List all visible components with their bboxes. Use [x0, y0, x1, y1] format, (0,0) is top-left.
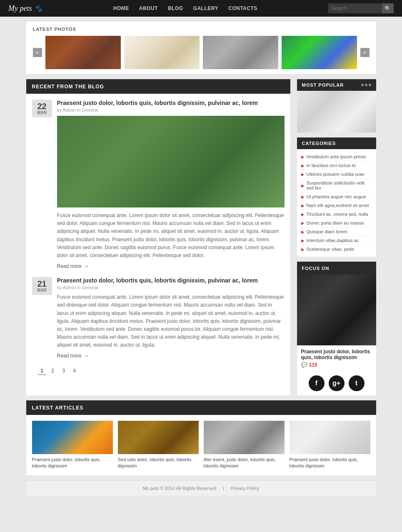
category-item-5[interactable]: ▶Nam elit agna,endrerit sit amet: [301, 201, 372, 210]
cat-label-2: Ultrices posuere cubilia urae: [307, 172, 365, 177]
pagination: 1 2 3 4: [32, 367, 285, 375]
latest-articles-section: LATEST ARTICLES Praesent justo dolor, lo…: [26, 400, 376, 475]
article-image-0: [32, 421, 113, 454]
photo-image-1: [45, 36, 121, 69]
twitter-icon[interactable]: t: [349, 375, 365, 391]
category-item-7[interactable]: ▶Donec porta diam eu massa: [301, 219, 372, 227]
most-popular-label: MOST POPULAR: [302, 82, 344, 87]
carousel-next-button[interactable]: »: [360, 48, 370, 57]
most-popular-header: MOST POPULAR: [297, 79, 376, 91]
nav-home[interactable]: HOME: [113, 5, 129, 11]
photo-thumb-1[interactable]: [45, 36, 121, 69]
blog-section: RECENT FROM THE BLOG 22 MAR Praesent jus…: [26, 79, 290, 395]
blog-posts: 22 MAR Praesent justo dolor, lobortis qu…: [26, 94, 290, 381]
header: My pets 🐾 HOME ABOUT BLOG GALLERY CONTAC…: [0, 0, 402, 17]
cat-label-5: Nam elit agna,endrerit sit amet: [307, 203, 369, 208]
main-area: RECENT FROM THE BLOG 22 MAR Praesent jus…: [26, 79, 376, 395]
cat-arrow-icon: ▶: [301, 238, 305, 243]
post-text-1: Fusce euismod consequat ante. Lorem ipsu…: [57, 212, 285, 260]
category-item-4[interactable]: ▶Ut pharetra augue nec augue: [301, 192, 372, 201]
article-title-3: Praesent justo dolor, lobortis quis, lob…: [290, 457, 370, 470]
article-card-3[interactable]: Praesent justo dolor, lobortis quis, lob…: [290, 421, 370, 470]
photo-thumb-2[interactable]: [124, 36, 200, 69]
articles-grid: Praesent justo dolor, lobortis quis, lob…: [26, 415, 376, 475]
photo-image-2: [124, 36, 200, 69]
articles-header-label: LATEST ARTICLES: [32, 405, 84, 411]
category-item-9[interactable]: ▶Interdum vitae,dapibus ac: [301, 236, 372, 245]
cat-arrow-icon: ▶: [301, 195, 305, 199]
page-1[interactable]: 1: [38, 367, 46, 375]
post-date-2: 21 MAR: [32, 277, 52, 295]
nav-gallery[interactable]: GALLERY: [193, 5, 218, 11]
blog-header-label: RECENT FROM THE BLOG: [32, 84, 104, 90]
article-image-1: [118, 421, 199, 454]
category-item-3[interactable]: ▶Suspendisse sollicitudin velit sed leo: [301, 179, 372, 192]
photo-image-3: [203, 36, 278, 69]
article-card-2[interactable]: Aler esent, justo dolor, lobortis quis, …: [204, 421, 285, 470]
categories-label: CATEGORIES: [302, 141, 336, 146]
logo-paw-icon: 🐾: [34, 5, 42, 12]
page-2[interactable]: 2: [49, 367, 57, 375]
popular-image: [297, 91, 376, 132]
latest-photos-section: LATEST PHOTOS « »: [26, 22, 376, 74]
search-box: 🔍: [328, 3, 394, 13]
category-item-2[interactable]: ▶Ultrices posuere cubilia urae: [301, 170, 372, 179]
article-card-0[interactable]: Praesent justo dolor, lobortis quis, lob…: [32, 421, 113, 470]
facebook-icon[interactable]: f: [309, 375, 325, 391]
page-4[interactable]: 4: [70, 367, 79, 375]
photos-row: [45, 36, 357, 69]
post-item-2: 21 MAR Praesent justo dolor, lobortis qu…: [32, 277, 285, 359]
read-more-1[interactable]: Read more: [57, 263, 285, 270]
google-plus-icon[interactable]: g+: [329, 375, 345, 391]
nav-contacts[interactable]: CONTACTS: [228, 5, 257, 11]
cat-arrow-icon: ▶: [301, 163, 305, 168]
category-item-6[interactable]: ▶Tincidunt ac, viverra sed, nulla: [301, 210, 372, 219]
category-item-10[interactable]: ▶Scelerisque vitae, pede: [301, 245, 372, 253]
post-content-1: Praesent justo dolor, lobortis quis, lob…: [57, 100, 285, 270]
dot-1: [361, 84, 364, 86]
footer: My pets © 2014 All Rights Reserved | Pri…: [26, 480, 376, 496]
comment-bubble-icon: 💬: [301, 362, 307, 368]
focus-image: [297, 275, 376, 345]
cat-label-10: Scelerisque vitae, pede: [307, 247, 354, 252]
search-button[interactable]: 🔍: [382, 3, 394, 13]
nav-about[interactable]: ABOUT: [139, 5, 158, 11]
cat-label-1: In faucibus orci luctus et: [307, 163, 356, 168]
focus-on-header: FOCUS ON: [297, 262, 376, 275]
page-3[interactable]: 3: [60, 367, 68, 375]
category-item-1[interactable]: ▶In faucibus orci luctus et: [301, 161, 372, 170]
logo: My pets 🐾: [8, 4, 42, 13]
footer-privacy-link[interactable]: Privacy Policy: [231, 486, 259, 491]
post-day-2: 21: [34, 280, 50, 288]
main-nav: HOME ABOUT BLOG GALLERY CONTACTS: [113, 5, 257, 11]
focus-text: Praesent justo dolor, lobortis quis, lob…: [297, 345, 376, 371]
logo-text: My pets: [8, 4, 32, 13]
nav-blog[interactable]: BLOG: [168, 5, 183, 11]
widget-dots: [361, 84, 371, 86]
photo-thumb-4[interactable]: [282, 36, 357, 69]
category-item-8[interactable]: ▶Quisque diam lorem: [301, 227, 372, 236]
photo-thumb-3[interactable]: [203, 36, 278, 69]
article-card-1[interactable]: Sed usto dolor, lobortis quis, lobortis …: [118, 421, 199, 470]
post-text-2: Fusce euismod consequat ante. Lorem ipsu…: [57, 293, 285, 349]
post-day-1: 22: [34, 102, 50, 110]
post-image-1: [57, 116, 285, 207]
post-date-1: 22 MAR: [32, 100, 52, 117]
most-popular-widget: MOST POPULAR: [297, 79, 376, 132]
read-more-2[interactable]: Read more: [57, 352, 285, 359]
focus-on-widget: FOCUS ON Praesent justo dolor, lobortis …: [297, 262, 376, 395]
categories-list: ▶Vestibulum ante ipsum primis ▶In faucib…: [297, 149, 376, 257]
categories-widget: CATEGORIES ▶Vestibulum ante ipsum primis…: [297, 137, 376, 257]
cat-arrow-icon: ▶: [301, 247, 305, 252]
categories-header: CATEGORIES: [297, 137, 376, 149]
dot-2: [365, 84, 367, 86]
category-item-0[interactable]: ▶Vestibulum ante ipsum primis: [301, 152, 372, 161]
search-input[interactable]: [328, 3, 382, 13]
carousel-prev-button[interactable]: «: [33, 48, 42, 57]
cat-label-8: Quisque diam lorem: [307, 229, 347, 234]
cat-arrow-icon: ▶: [301, 155, 305, 159]
post-content-2: Praesent justo dolor, lobortis quis, lob…: [57, 277, 285, 359]
post-title-1: Praesent justo dolor, lobortis quis, lob…: [57, 100, 285, 106]
cat-label-9: Interdum vitae,dapibus ac: [307, 238, 359, 243]
focus-comments: 💬 115: [301, 362, 372, 368]
